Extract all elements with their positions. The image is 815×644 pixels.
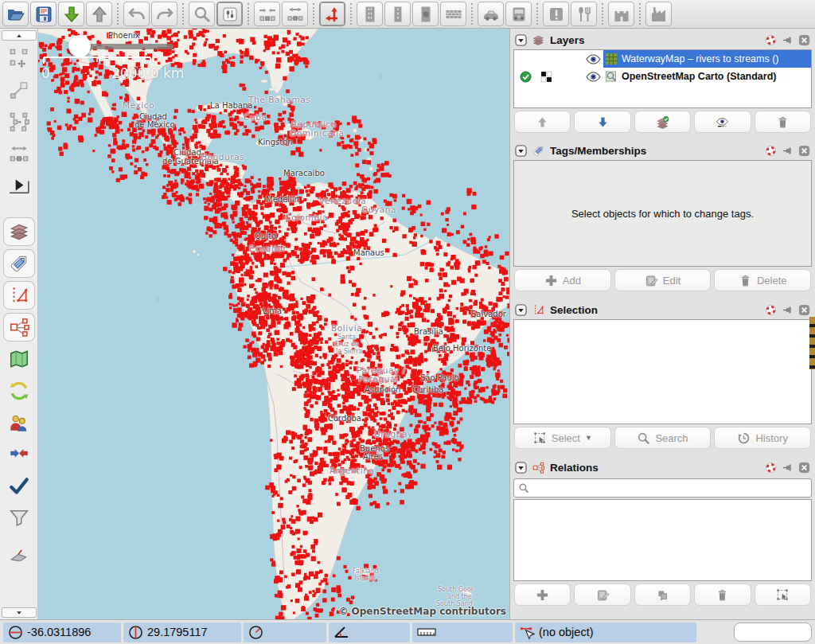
relations-edit-button[interactable]: [574, 584, 630, 606]
tags-detach-icon[interactable]: [765, 145, 777, 157]
selection-list[interactable]: [513, 319, 812, 424]
layers-toggle-button[interactable]: [3, 217, 35, 246]
draw-mode-button[interactable]: [3, 76, 35, 104]
validator-toggle-button[interactable]: [3, 472, 35, 501]
relations-duplicate-button[interactable]: [634, 584, 691, 606]
relations-detach-icon[interactable]: [765, 462, 777, 474]
tags-collapse-button[interactable]: [515, 145, 527, 157]
map-canvas[interactable]: PhoenixMéxicoCiudadde MéxicoLa HabanaThe…: [38, 29, 509, 619]
relations-select-members-button[interactable]: [755, 584, 811, 606]
layer-visibility-eye-icon[interactable]: [583, 54, 603, 64]
car-button[interactable]: [478, 2, 504, 26]
preferences-button[interactable]: [216, 2, 243, 26]
object-info-readout: (no object): [515, 623, 696, 642]
relations-delete-button[interactable]: [694, 584, 751, 606]
layer-visibility-eye-icon[interactable]: [583, 72, 603, 82]
selection-collapse-button[interactable]: [515, 304, 527, 316]
history-icon: [737, 431, 751, 445]
layers-pin-icon[interactable]: [782, 34, 794, 46]
download-button[interactable]: [58, 2, 84, 26]
wall-button[interactable]: [440, 2, 466, 26]
tags-add-button[interactable]: Add: [514, 269, 611, 291]
changesets-toggle-button[interactable]: [3, 377, 35, 405]
relations-list[interactable]: [513, 499, 812, 581]
filter-toggle-button[interactable]: [3, 504, 35, 533]
layer-opacity-icon[interactable]: [540, 71, 552, 83]
restaurant-button[interactable]: [571, 2, 597, 26]
selection-select-button[interactable]: Select▼: [514, 427, 611, 449]
layers-panel: Layers WaterwayMap – rivers to streams (…: [511, 30, 814, 139]
layer-row-waterwaymap[interactable]: WaterwayMap – rivers to streams (): [514, 50, 811, 68]
selection-close-icon[interactable]: [798, 304, 810, 316]
motorway-button[interactable]: [357, 2, 383, 26]
save-button[interactable]: [30, 2, 57, 26]
partial-toggle-button[interactable]: [3, 536, 35, 564]
open-folder-button[interactable]: [2, 2, 29, 26]
castle-button[interactable]: [608, 2, 634, 26]
tags-delete-button[interactable]: Delete: [714, 269, 811, 291]
heading-readout: [244, 623, 326, 642]
relations-panel-title: Relations: [550, 462, 599, 474]
trash-icon: [739, 274, 752, 287]
bus-button[interactable]: [505, 2, 532, 26]
relations-collapse-button[interactable]: [515, 462, 527, 474]
map-zoom-slider-track[interactable]: [80, 44, 174, 49]
edit-icon: [645, 274, 658, 287]
layer-move-up-button[interactable]: [514, 111, 571, 133]
roundabout-button[interactable]: [412, 2, 439, 26]
follow-line-mode-button[interactable]: [3, 107, 35, 136]
flip-ways-button[interactable]: [319, 2, 345, 26]
layer-delete-button[interactable]: [755, 111, 811, 133]
upload-button[interactable]: [86, 2, 112, 26]
conflicts-toggle-button[interactable]: [3, 440, 35, 469]
relations-create-button[interactable]: [514, 584, 571, 606]
layers-close-icon[interactable]: [798, 34, 810, 46]
layer-name: OpenStreetMap Carto (Standard): [622, 71, 776, 82]
map-toggle-button[interactable]: [3, 345, 35, 373]
imagery-layer-icon: [605, 70, 618, 83]
merge-nodes-button[interactable]: [254, 2, 280, 26]
layer-move-down-button[interactable]: [574, 111, 630, 133]
plus-icon: [536, 588, 549, 602]
main-toolbar: [0, 0, 815, 29]
tags-edit-button[interactable]: Edit: [614, 269, 712, 291]
zoom-button[interactable]: [189, 2, 215, 26]
tags-pin-icon[interactable]: [782, 145, 794, 157]
road-button[interactable]: [384, 2, 411, 26]
tags-close-icon[interactable]: [798, 145, 810, 157]
relations-search-box: [513, 478, 812, 498]
distance-readout: [412, 623, 513, 642]
more-modes-button[interactable]: [3, 171, 35, 200]
relations-close-icon[interactable]: [798, 462, 810, 474]
undo-button[interactable]: [123, 2, 150, 26]
selection-pin-icon[interactable]: [782, 304, 794, 316]
relations-search-input[interactable]: [532, 482, 807, 495]
selection-detach-icon[interactable]: [765, 304, 777, 316]
layers-collapse-button[interactable]: [515, 34, 527, 46]
extrude-mode-button[interactable]: [3, 139, 35, 168]
extrude-nodes-button[interactable]: [282, 2, 308, 26]
redo-button[interactable]: [151, 2, 177, 26]
sidebar-scroll-down-button[interactable]: [2, 607, 37, 618]
selection-toggle-button[interactable]: [3, 281, 35, 310]
factory-button[interactable]: [645, 2, 672, 26]
active-layer-check-icon: [520, 71, 532, 83]
select-mode-button[interactable]: [3, 44, 35, 72]
warning-button[interactable]: [543, 2, 569, 26]
selection-search-button[interactable]: Search: [614, 427, 712, 449]
layer-activate-button[interactable]: [634, 111, 691, 133]
map-zoom-slider-knob[interactable]: [68, 35, 91, 57]
layer-show-hide-button[interactable]: [694, 111, 751, 133]
trash-icon: [776, 115, 790, 129]
relations-toggle-button[interactable]: [3, 313, 35, 342]
selection-history-button[interactable]: History: [714, 427, 811, 449]
selection-panel-title: Selection: [550, 304, 598, 316]
selection-panel-icon: [532, 303, 545, 317]
relations-pin-icon[interactable]: [782, 462, 794, 474]
sidebar-scroll-up-button[interactable]: [2, 30, 37, 41]
latitude-icon: [8, 625, 23, 640]
layer-row-osm-carto[interactable]: OpenStreetMap Carto (Standard): [514, 68, 811, 85]
authors-toggle-button[interactable]: [3, 408, 35, 437]
tags-toggle-button[interactable]: [3, 249, 35, 278]
layers-detach-icon[interactable]: [765, 34, 777, 46]
